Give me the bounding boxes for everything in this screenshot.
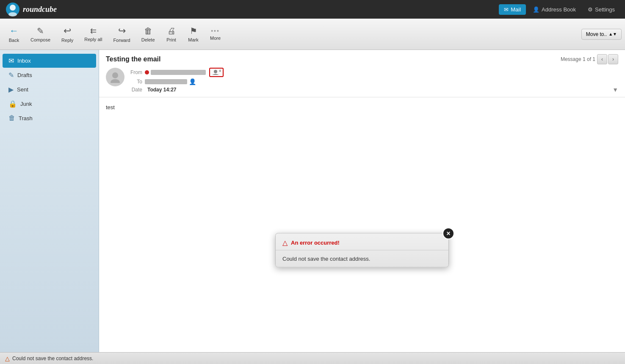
logo-text: roundcube <box>23 5 57 14</box>
date-row: Date Today 14:27 ▼ <box>127 86 618 93</box>
addressbook-icon: 👤 <box>533 6 539 13</box>
prev-message-button[interactable]: ‹ <box>597 54 607 64</box>
svg-point-4 <box>111 79 120 83</box>
compose-icon: ✎ <box>37 26 44 36</box>
trash-icon: 🗑 <box>8 114 15 122</box>
meta-fields: From + <box>127 68 618 94</box>
message-body: test × △ An error occurred! Could not sa… <box>99 97 625 352</box>
statusbar-warning-icon: △ <box>5 355 10 362</box>
logo-area: roundcube <box>5 2 57 17</box>
message-navigation: Message 1 of 1 ‹ › <box>561 54 618 64</box>
sent-icon: ▶ <box>8 85 14 94</box>
error-warning-icon: △ <box>282 239 288 247</box>
nav-mail[interactable]: ✉ Mail <box>499 4 526 15</box>
print-icon: 🖨 <box>167 26 176 36</box>
statusbar: △ Could not save the contact address. <box>0 352 625 364</box>
svg-text:+: + <box>219 69 221 73</box>
avatar-area <box>106 68 127 94</box>
top-nav: ✉ Mail 👤 Address Book ⚙ Settings <box>499 4 620 15</box>
reply-all-button[interactable]: ⇇ Reply all <box>79 24 107 44</box>
svg-point-1 <box>10 5 16 11</box>
nav-addressbook[interactable]: 👤 Address Book <box>528 4 581 15</box>
mark-icon: ⚑ <box>190 26 197 36</box>
delete-button[interactable]: 🗑 Delete <box>136 24 160 45</box>
logo-icon <box>5 2 20 17</box>
error-close-button[interactable]: × <box>442 228 454 240</box>
message-title-row: Testing the email Message 1 of 1 ‹ › <box>106 54 618 64</box>
reply-all-icon: ⇇ <box>90 26 97 36</box>
mail-icon: ✉ <box>504 6 509 13</box>
message-body-text: test <box>106 104 115 110</box>
message-meta: From + <box>106 68 618 94</box>
sidebar-item-drafts[interactable]: ✎ Drafts <box>3 68 96 82</box>
next-message-button[interactable]: › <box>608 54 618 64</box>
to-row: To 👤 <box>127 78 618 85</box>
statusbar-message: Could not save the contact address. <box>12 356 93 361</box>
sender-status-dot <box>145 70 149 74</box>
back-icon: ← <box>9 25 19 36</box>
reply-button[interactable]: ↩ Reply <box>56 23 78 45</box>
settings-icon: ⚙ <box>588 6 593 13</box>
print-button[interactable]: 🖨 Print <box>161 24 182 45</box>
sidebar-item-sent[interactable]: ▶ Sent <box>3 83 96 97</box>
error-dialog: × △ An error occurred! Could not save th… <box>275 233 449 267</box>
error-title: An error occurred! <box>291 240 340 246</box>
more-button[interactable]: ••• More <box>205 25 226 43</box>
to-email-redacted <box>145 79 187 84</box>
move-to-button[interactable]: Move to.. ▲▼ <box>581 29 622 40</box>
delete-icon: 🗑 <box>144 26 152 36</box>
topbar: roundcube ✉ Mail 👤 Address Book ⚙ Settin… <box>0 0 625 19</box>
nav-settings[interactable]: ⚙ Settings <box>583 4 620 15</box>
move-to-arrow-icon: ▲▼ <box>608 32 617 36</box>
error-message: Could not save the contact address. <box>282 256 370 262</box>
to-label: To <box>127 79 142 85</box>
error-body: Could not save the contact address. <box>276 251 448 267</box>
message-counter: Message 1 of 1 <box>561 56 595 62</box>
add-contact-button[interactable]: + <box>209 68 224 77</box>
error-title-row: △ An error occurred! <box>276 234 448 251</box>
sidebar: ✉ Inbox ✎ Drafts ▶ Sent 🔒 Junk 🗑 Trash <box>0 50 99 352</box>
message-nav-buttons: ‹ › <box>597 54 618 64</box>
reply-icon: ↩ <box>64 25 71 36</box>
message-header: Testing the email Message 1 of 1 ‹ › <box>99 50 625 97</box>
sidebar-item-junk[interactable]: 🔒 Junk <box>3 97 96 111</box>
mark-button[interactable]: ⚑ Mark <box>183 23 204 45</box>
from-label: From <box>127 69 142 75</box>
junk-icon: 🔒 <box>8 100 17 108</box>
content-area: Testing the email Message 1 of 1 ‹ › <box>99 50 625 352</box>
compose-button[interactable]: ✎ Compose <box>25 23 55 45</box>
avatar <box>106 68 124 86</box>
svg-point-5 <box>214 70 217 73</box>
svg-point-3 <box>112 72 118 78</box>
toolbar: ← Back ✎ Compose ↩ Reply ⇇ Reply all ↪ F… <box>0 19 625 50</box>
forward-button[interactable]: ↪ Forward <box>108 23 135 45</box>
expand-headers-icon[interactable]: ▼ <box>612 86 618 93</box>
date-value: Today 14:27 <box>147 87 176 93</box>
message-subject: Testing the email <box>106 55 161 63</box>
sender-email-redacted <box>151 70 206 75</box>
from-row: From + <box>127 68 618 77</box>
main-layout: ✉ Inbox ✎ Drafts ▶ Sent 🔒 Junk 🗑 Trash T… <box>0 50 625 352</box>
back-button[interactable]: ← Back <box>3 23 25 45</box>
sidebar-resizer[interactable] <box>97 50 99 352</box>
more-icon: ••• <box>211 28 220 34</box>
to-person-icon: 👤 <box>189 78 196 85</box>
sidebar-item-trash[interactable]: 🗑 Trash <box>3 111 96 125</box>
sidebar-item-inbox[interactable]: ✉ Inbox <box>3 54 96 68</box>
forward-icon: ↪ <box>118 25 126 36</box>
svg-point-2 <box>8 12 17 17</box>
date-label: Date <box>127 87 142 93</box>
inbox-icon: ✉ <box>8 57 14 65</box>
to-value: 👤 <box>145 78 196 85</box>
from-value: + <box>145 68 224 77</box>
drafts-icon: ✎ <box>8 71 14 79</box>
